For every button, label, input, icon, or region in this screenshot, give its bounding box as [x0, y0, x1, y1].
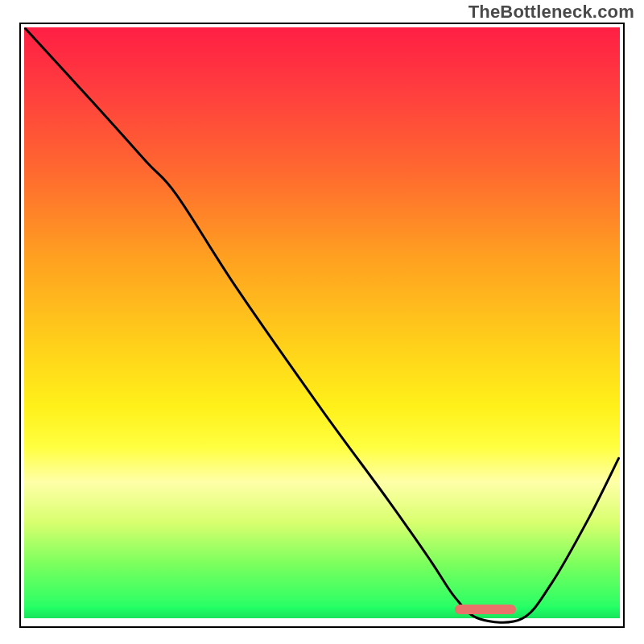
plot-border: [19, 23, 625, 628]
watermark-text: TheBottleneck.com: [469, 2, 634, 23]
plot-area: [19, 23, 625, 628]
chart-container: TheBottleneck.com: [0, 0, 644, 644]
